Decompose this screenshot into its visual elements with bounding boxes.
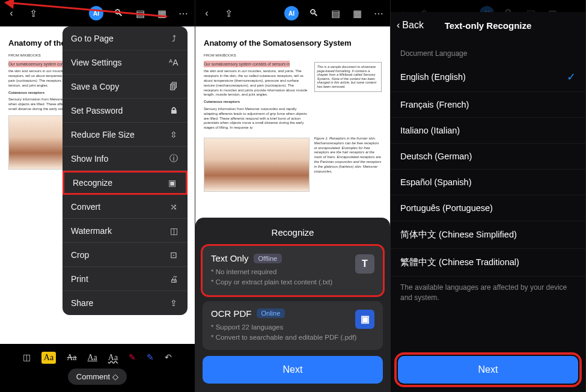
back-icon[interactable]: ‹ — [5, 7, 18, 20]
ai-icon[interactable]: AI — [284, 6, 299, 20]
lang-english[interactable]: English (English)✓ — [391, 63, 585, 92]
nav-bar: ‹Back Text-only Recognize — [391, 12, 585, 38]
menu-show-info[interactable]: Show Infoⓘ — [63, 147, 188, 171]
back-icon[interactable]: ‹ — [200, 7, 213, 20]
pen-tool[interactable]: ✎ — [129, 352, 136, 363]
doc-figure — [204, 138, 310, 192]
recognize-sheet: Recognize Text Only Offline * No interne… — [195, 218, 390, 392]
doc-title: Anatomy of the Somatosensory System — [204, 38, 382, 47]
lang-chinese-traditional[interactable]: 繁體中文 (Chinese Traditional) — [391, 249, 585, 277]
text-icon: T — [355, 254, 374, 274]
section-label: Document Language — [391, 38, 585, 63]
more-icon[interactable]: ⋯ — [372, 7, 385, 20]
menu-convert[interactable]: Convert⤭ — [63, 195, 188, 219]
lang-french[interactable]: Français (French) — [391, 92, 585, 118]
pen2-tool[interactable]: ✎ — [147, 352, 154, 363]
menu-crop[interactable]: Crop⊡ — [63, 243, 188, 267]
screen-3: ‹⇪ AI🔍︎▤▦⋯ ‹Back Text-only Recognize Doc… — [391, 0, 586, 392]
squiggle-tool[interactable]: Aa — [108, 353, 118, 363]
lang-italian[interactable]: Italiano (Italian) — [391, 118, 585, 144]
topbar: ‹ ⇪ AI 🔍︎ ▤ ▦ ⋯ — [195, 0, 390, 26]
chevron-left-icon: ‹ — [397, 20, 400, 31]
menu-recognize[interactable]: Recognize▣ — [63, 171, 188, 195]
grid-icon[interactable]: ▦ — [155, 7, 168, 20]
topbar: ‹ ⇪ AI 🔍︎ ▤ ▦ ⋯ — [0, 0, 195, 26]
strike-tool[interactable]: Aa — [67, 353, 76, 363]
menu-watermark[interactable]: Watermark◫ — [63, 219, 188, 243]
menu-view-settings[interactable]: View SettingsᴬA — [63, 51, 188, 75]
menu-print[interactable]: Print🖨︎ — [63, 267, 188, 291]
crop-icon: ⊡ — [168, 250, 179, 260]
menu-goto-page[interactable]: Go to Page⤴ — [63, 26, 188, 51]
lang-portuguese[interactable]: Português (Portuguese) — [391, 195, 585, 221]
screen-2: ‹ ⇪ AI 🔍︎ ▤ ▦ ⋯ Anatomy of the Somatosen… — [195, 0, 391, 392]
chevron-updown-icon: ◇ — [112, 372, 118, 381]
online-badge: Online — [257, 308, 285, 318]
check-icon: ✓ — [567, 70, 576, 84]
doc-sub: From Wikibooks — [204, 54, 382, 57]
share-icon[interactable]: ⇪ — [26, 7, 40, 20]
menu-save-copy[interactable]: Save a Copy🗐 — [63, 75, 188, 99]
comment-button[interactable]: Comment◇ — [68, 369, 127, 385]
print-icon: 🖨︎ — [168, 274, 179, 284]
menu-set-password[interactable]: Set Password🔒︎ — [63, 99, 188, 123]
goto-icon: ⤴ — [168, 34, 179, 43]
lang-chinese-simplified[interactable]: 简体中文 (Chinese Simplified) — [391, 221, 585, 249]
lang-spanish[interactable]: Español (Spanish) — [391, 170, 585, 195]
bottom-toolbar: ◫ Aa Aa Aa Aa ✎ ✎ ↶ Comment◇ — [0, 344, 195, 392]
back-button[interactable]: ‹Back — [397, 20, 424, 31]
ai-icon[interactable]: AI — [89, 6, 103, 20]
next-button[interactable]: Next — [203, 356, 383, 384]
info-icon: ⓘ — [168, 153, 179, 164]
recognize-icon: ▣ — [166, 178, 177, 188]
page-title: Text-only Recognize — [445, 20, 532, 31]
compress-icon: ⇳ — [168, 130, 179, 139]
outline-icon[interactable]: ▤ — [329, 7, 342, 20]
more-icon[interactable]: ⋯ — [177, 7, 190, 20]
underline-tool[interactable]: Aa — [88, 353, 97, 363]
search-icon[interactable]: 🔍︎ — [112, 7, 125, 20]
lang-german[interactable]: Deutsch (German) — [391, 144, 585, 170]
save-icon: 🗐 — [168, 82, 179, 91]
watermark-icon: ◫ — [168, 226, 179, 236]
sheet-title: Recognize — [203, 227, 383, 237]
search-icon[interactable]: 🔍︎ — [307, 7, 320, 20]
option-ocr-pdf[interactable]: OCR PDF Online * Support 22 languages * … — [203, 301, 383, 351]
next-button[interactable]: Next — [398, 356, 578, 384]
offline-badge: Offline — [254, 254, 282, 263]
option-text-only[interactable]: Text Only Offline * No internet required… — [203, 246, 383, 295]
view-icon: ᴬA — [168, 58, 179, 67]
share-icon[interactable]: ⇪ — [222, 7, 235, 20]
menu-share[interactable]: Share⇪ — [63, 291, 188, 315]
menu-reduce-file[interactable]: Reduce File Size⇳ — [63, 123, 188, 147]
lock-icon: 🔒︎ — [168, 106, 179, 115]
share-icon: ⇪ — [168, 298, 179, 308]
lang-note: The available languages are affected by … — [391, 277, 585, 303]
outline-icon[interactable]: ▤ — [133, 7, 147, 20]
convert-icon: ⤭ — [168, 202, 179, 212]
more-menu: Go to Page⤴ View SettingsᴬA Save a Copy🗐… — [63, 26, 188, 315]
grid-icon[interactable]: ▦ — [350, 7, 364, 20]
select-tool-icon[interactable]: ◫ — [23, 352, 31, 363]
screen-1: ‹ ⇪ AI 🔍︎ ▤ ▦ ⋯ Anatomy of the Somatosen… — [0, 0, 195, 392]
undo-icon[interactable]: ↶ — [165, 352, 172, 363]
highlight-tool[interactable]: Aa — [41, 352, 56, 364]
scan-icon: ▣ — [355, 310, 374, 329]
